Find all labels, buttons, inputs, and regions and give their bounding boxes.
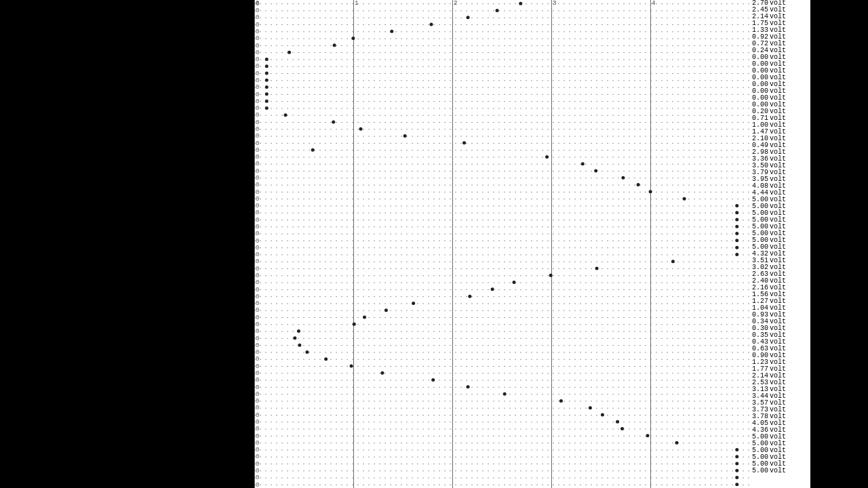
voltage-unit: volt xyxy=(770,468,786,474)
voltage-item: 5.00 volt xyxy=(752,468,810,474)
main-container: 2.70 volt2.45 volt2.14 volt1.75 volt1.33… xyxy=(254,0,810,488)
voltage-list: 2.70 volt2.45 volt2.14 volt1.75 volt1.33… xyxy=(752,0,810,474)
chart-area xyxy=(254,0,749,488)
voltage-value: 5.00 xyxy=(752,468,768,474)
voltage-column: 2.70 volt2.45 volt2.14 volt1.75 volt1.33… xyxy=(749,0,810,488)
oscilloscope-chart xyxy=(254,0,749,488)
